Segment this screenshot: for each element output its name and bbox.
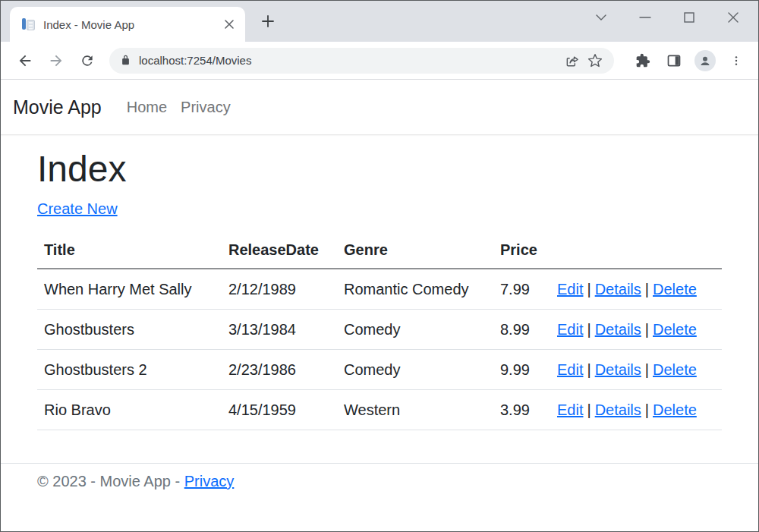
action-separator: | xyxy=(587,401,591,418)
tab-title: Index - Movie App xyxy=(43,18,221,31)
extensions-puzzle-icon[interactable] xyxy=(630,48,656,74)
column-header-title: Title xyxy=(37,237,222,269)
window-controls xyxy=(579,5,755,30)
web-page: Movie App Home Privacy Index Create New … xyxy=(1,80,758,531)
tab-close-icon[interactable] xyxy=(221,16,238,33)
delete-link[interactable]: Delete xyxy=(653,321,697,338)
footer-privacy-link[interactable]: Privacy xyxy=(184,473,235,490)
back-button[interactable] xyxy=(11,47,39,74)
action-separator: | xyxy=(587,281,591,297)
delete-link[interactable]: Delete xyxy=(653,281,697,297)
site-footer: © 2023 - Movie App - Privacy xyxy=(1,463,758,493)
column-header-price: Price xyxy=(493,237,550,269)
reload-button[interactable] xyxy=(74,47,101,74)
cell-release-date: 2/12/1989 xyxy=(222,269,337,310)
cell-price: 7.99 xyxy=(493,269,550,310)
kebab-menu-icon[interactable] xyxy=(723,48,749,74)
share-icon[interactable] xyxy=(561,49,584,72)
delete-link[interactable]: Delete xyxy=(653,401,697,418)
edit-link[interactable]: Edit xyxy=(557,321,583,338)
column-header-genre: Genre xyxy=(337,237,493,269)
nav-link-privacy[interactable]: Privacy xyxy=(181,99,231,116)
tab-strip: Index - Movie App xyxy=(1,1,758,42)
action-separator: | xyxy=(645,401,649,418)
edit-link[interactable]: Edit xyxy=(557,281,583,297)
cell-actions: Edit|Details|Delete xyxy=(550,389,722,430)
details-link[interactable]: Details xyxy=(595,401,641,418)
cell-title: When Harry Met Sally xyxy=(37,269,222,310)
table-row: When Harry Met Sally 2/12/1989 Romantic … xyxy=(37,269,722,310)
edit-link[interactable]: Edit xyxy=(557,401,583,418)
bookmark-star-icon[interactable] xyxy=(584,49,606,72)
cell-price: 8.99 xyxy=(493,309,550,349)
action-separator: | xyxy=(587,361,591,378)
movies-table: Title ReleaseDate Genre Price When Harry… xyxy=(37,237,722,430)
action-separator: | xyxy=(645,281,649,297)
edit-link[interactable]: Edit xyxy=(557,361,583,378)
table-row: Rio Bravo 4/15/1959 Western 3.99 Edit|De… xyxy=(37,389,722,430)
cell-genre: Western xyxy=(337,389,493,430)
action-separator: | xyxy=(645,361,649,378)
maximize-button[interactable] xyxy=(667,5,711,30)
side-panel-icon[interactable] xyxy=(661,48,687,74)
cell-genre: Comedy xyxy=(337,309,493,349)
cell-title: Ghostbusters 2 xyxy=(37,349,222,389)
action-separator: | xyxy=(645,321,649,338)
cell-actions: Edit|Details|Delete xyxy=(550,269,722,310)
toolbar-right xyxy=(625,48,749,74)
address-bar[interactable]: localhost:7254/Movies xyxy=(109,48,614,74)
details-link[interactable]: Details xyxy=(595,361,641,378)
minimize-button[interactable] xyxy=(623,5,667,30)
browser-toolbar: localhost:7254/Movies xyxy=(1,42,758,80)
details-link[interactable]: Details xyxy=(595,281,641,297)
create-new-link[interactable]: Create New xyxy=(37,200,118,217)
forward-button[interactable] xyxy=(43,47,70,74)
site-navbar: Movie App Home Privacy xyxy=(1,80,758,135)
cell-title: Ghostbusters xyxy=(37,309,222,349)
new-tab-button[interactable] xyxy=(257,11,279,32)
cell-release-date: 2/23/1986 xyxy=(222,349,337,389)
cell-genre: Romantic Comedy xyxy=(337,269,493,310)
cell-release-date: 3/13/1984 xyxy=(222,309,337,349)
close-window-button[interactable] xyxy=(711,5,755,30)
copyright-text: © 2023 - Movie App - xyxy=(37,473,180,490)
cell-actions: Edit|Details|Delete xyxy=(550,309,722,349)
tab-favicon-icon xyxy=(22,17,36,31)
tab-search-button[interactable] xyxy=(579,5,623,30)
nav-link-home[interactable]: Home xyxy=(127,99,167,116)
column-header-actions xyxy=(550,237,722,269)
cell-actions: Edit|Details|Delete xyxy=(550,349,722,389)
cell-price: 3.99 xyxy=(493,389,550,430)
lock-icon[interactable] xyxy=(120,55,131,66)
cell-genre: Comedy xyxy=(337,349,493,389)
table-row: Ghostbusters 2 2/23/1986 Comedy 9.99 Edi… xyxy=(37,349,722,389)
main-content: Index Create New Title ReleaseDate Genre… xyxy=(1,147,758,430)
url-text[interactable]: localhost:7254/Movies xyxy=(139,54,561,67)
browser-window: Index - Movie App xyxy=(0,0,759,532)
table-row: Ghostbusters 3/13/1984 Comedy 8.99 Edit|… xyxy=(37,309,722,349)
page-title: Index xyxy=(37,147,722,191)
navbar-brand[interactable]: Movie App xyxy=(13,96,102,118)
cell-title: Rio Bravo xyxy=(37,389,222,430)
cell-release-date: 4/15/1959 xyxy=(222,389,337,430)
action-separator: | xyxy=(587,321,591,338)
profile-avatar-icon[interactable] xyxy=(692,48,718,74)
table-header-row: Title ReleaseDate Genre Price xyxy=(37,237,722,269)
details-link[interactable]: Details xyxy=(595,321,641,338)
column-header-releasedate: ReleaseDate xyxy=(222,237,337,269)
cell-price: 9.99 xyxy=(493,349,550,389)
delete-link[interactable]: Delete xyxy=(653,361,697,378)
browser-tab[interactable]: Index - Movie App xyxy=(10,7,245,42)
